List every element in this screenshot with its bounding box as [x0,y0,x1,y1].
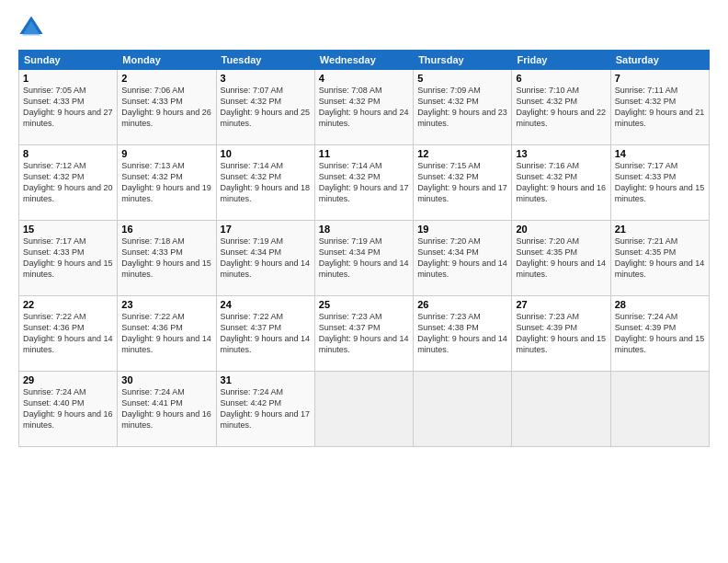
page: SundayMondayTuesdayWednesdayThursdayFrid… [0,0,728,563]
day-info: Sunrise: 7:06 AMSunset: 4:33 PMDaylight:… [121,86,211,128]
calendar-cell: 8 Sunrise: 7:12 AMSunset: 4:32 PMDayligh… [19,145,118,221]
day-info: Sunrise: 7:18 AMSunset: 4:33 PMDaylight:… [121,236,211,279]
weekday-header-friday: Friday [512,51,610,70]
day-number: 20 [516,224,606,235]
calendar-cell: 14 Sunrise: 7:17 AMSunset: 4:33 PMDaylig… [610,145,709,221]
calendar-cell: 2 Sunrise: 7:06 AMSunset: 4:33 PMDayligh… [118,70,216,145]
calendar-cell: 21 Sunrise: 7:21 AMSunset: 4:35 PMDaylig… [610,221,709,296]
day-info: Sunrise: 7:23 AMSunset: 4:37 PMDaylight:… [319,312,409,354]
day-number: 29 [23,374,113,385]
calendar-cell: 15 Sunrise: 7:17 AMSunset: 4:33 PMDaylig… [19,221,118,296]
calendar-cell: 31 Sunrise: 7:24 AMSunset: 4:42 PMDaylig… [216,372,314,447]
calendar-cell: 1 Sunrise: 7:05 AMSunset: 4:33 PMDayligh… [19,70,118,145]
day-number: 4 [319,73,409,84]
calendar-cell: 26 Sunrise: 7:23 AMSunset: 4:38 PMDaylig… [414,296,512,372]
day-number: 10 [221,148,311,159]
day-info: Sunrise: 7:19 AMSunset: 4:34 PMDaylight:… [319,236,409,279]
day-number: 11 [319,148,409,159]
day-number: 13 [516,148,606,159]
calendar-cell: 28 Sunrise: 7:24 AMSunset: 4:39 PMDaylig… [610,296,709,372]
weekday-header-sunday: Sunday [19,51,118,70]
day-info: Sunrise: 7:16 AMSunset: 4:32 PMDaylight:… [516,161,606,203]
day-number: 24 [221,299,311,310]
day-info: Sunrise: 7:07 AMSunset: 4:32 PMDaylight:… [221,86,311,128]
calendar-cell: 27 Sunrise: 7:23 AMSunset: 4:39 PMDaylig… [512,296,610,372]
calendar-table: SundayMondayTuesdayWednesdayThursdayFrid… [18,50,710,447]
calendar-cell [610,372,709,447]
calendar-cell: 24 Sunrise: 7:22 AMSunset: 4:37 PMDaylig… [216,296,314,372]
day-info: Sunrise: 7:10 AMSunset: 4:32 PMDaylight:… [516,86,606,128]
day-info: Sunrise: 7:20 AMSunset: 4:35 PMDaylight:… [516,236,606,279]
day-number: 17 [221,224,311,235]
day-info: Sunrise: 7:12 AMSunset: 4:32 PMDaylight:… [23,161,113,203]
calendar-cell: 20 Sunrise: 7:20 AMSunset: 4:35 PMDaylig… [512,221,610,296]
calendar-cell: 29 Sunrise: 7:24 AMSunset: 4:40 PMDaylig… [19,372,118,447]
day-number: 2 [121,73,211,84]
day-number: 30 [121,374,211,385]
day-info: Sunrise: 7:08 AMSunset: 4:32 PMDaylight:… [319,86,409,128]
calendar-cell: 22 Sunrise: 7:22 AMSunset: 4:36 PMDaylig… [19,296,118,372]
day-info: Sunrise: 7:17 AMSunset: 4:33 PMDaylight:… [615,161,705,203]
day-number: 26 [417,299,507,310]
day-number: 9 [121,148,211,159]
day-number: 25 [319,299,409,310]
calendar-cell: 10 Sunrise: 7:14 AMSunset: 4:32 PMDaylig… [216,145,314,221]
weekday-header-tuesday: Tuesday [216,51,314,70]
day-number: 19 [417,224,507,235]
day-info: Sunrise: 7:17 AMSunset: 4:33 PMDaylight:… [23,236,113,279]
logo [18,15,46,40]
day-number: 7 [615,73,705,84]
calendar-cell: 23 Sunrise: 7:22 AMSunset: 4:36 PMDaylig… [118,296,216,372]
calendar-cell: 19 Sunrise: 7:20 AMSunset: 4:34 PMDaylig… [414,221,512,296]
day-info: Sunrise: 7:22 AMSunset: 4:36 PMDaylight:… [23,312,113,354]
day-info: Sunrise: 7:24 AMSunset: 4:42 PMDaylight:… [221,387,311,430]
day-number: 8 [23,148,113,159]
day-info: Sunrise: 7:14 AMSunset: 4:32 PMDaylight:… [319,161,409,203]
day-info: Sunrise: 7:24 AMSunset: 4:41 PMDaylight:… [121,387,211,430]
day-info: Sunrise: 7:19 AMSunset: 4:34 PMDaylight:… [221,236,311,279]
calendar-cell: 18 Sunrise: 7:19 AMSunset: 4:34 PMDaylig… [314,221,413,296]
calendar-cell: 11 Sunrise: 7:14 AMSunset: 4:32 PMDaylig… [314,145,413,221]
day-info: Sunrise: 7:24 AMSunset: 4:40 PMDaylight:… [23,387,113,430]
day-info: Sunrise: 7:23 AMSunset: 4:39 PMDaylight:… [516,312,606,354]
day-number: 6 [516,73,606,84]
day-info: Sunrise: 7:15 AMSunset: 4:32 PMDaylight:… [417,161,507,203]
day-number: 27 [516,299,606,310]
calendar-cell: 7 Sunrise: 7:11 AMSunset: 4:32 PMDayligh… [610,70,709,145]
day-info: Sunrise: 7:21 AMSunset: 4:35 PMDaylight:… [615,236,705,279]
day-info: Sunrise: 7:24 AMSunset: 4:39 PMDaylight:… [615,312,705,354]
calendar-cell [512,372,610,447]
logo-icon [18,15,44,40]
day-info: Sunrise: 7:20 AMSunset: 4:34 PMDaylight:… [417,236,507,279]
day-info: Sunrise: 7:09 AMSunset: 4:32 PMDaylight:… [417,86,507,128]
day-info: Sunrise: 7:11 AMSunset: 4:32 PMDaylight:… [615,86,705,128]
calendar-cell: 9 Sunrise: 7:13 AMSunset: 4:32 PMDayligh… [118,145,216,221]
header [18,15,710,40]
day-info: Sunrise: 7:22 AMSunset: 4:37 PMDaylight:… [221,312,311,354]
calendar-cell [314,372,413,447]
day-number: 23 [121,299,211,310]
day-info: Sunrise: 7:22 AMSunset: 4:36 PMDaylight:… [121,312,211,354]
weekday-header-saturday: Saturday [610,51,709,70]
weekday-header-thursday: Thursday [414,51,512,70]
calendar-cell: 5 Sunrise: 7:09 AMSunset: 4:32 PMDayligh… [414,70,512,145]
calendar-cell: 6 Sunrise: 7:10 AMSunset: 4:32 PMDayligh… [512,70,610,145]
day-number: 28 [615,299,705,310]
day-number: 14 [615,148,705,159]
calendar-cell: 13 Sunrise: 7:16 AMSunset: 4:32 PMDaylig… [512,145,610,221]
day-number: 16 [121,224,211,235]
calendar-cell: 16 Sunrise: 7:18 AMSunset: 4:33 PMDaylig… [118,221,216,296]
day-number: 5 [417,73,507,84]
calendar-cell: 30 Sunrise: 7:24 AMSunset: 4:41 PMDaylig… [118,372,216,447]
day-number: 12 [417,148,507,159]
calendar-cell [414,372,512,447]
day-number: 21 [615,224,705,235]
day-number: 22 [23,299,113,310]
day-number: 3 [221,73,311,84]
calendar-cell: 4 Sunrise: 7:08 AMSunset: 4:32 PMDayligh… [314,70,413,145]
day-number: 15 [23,224,113,235]
day-number: 1 [23,73,113,84]
weekday-header-monday: Monday [118,51,216,70]
weekday-header-wednesday: Wednesday [314,51,413,70]
calendar-cell: 17 Sunrise: 7:19 AMSunset: 4:34 PMDaylig… [216,221,314,296]
